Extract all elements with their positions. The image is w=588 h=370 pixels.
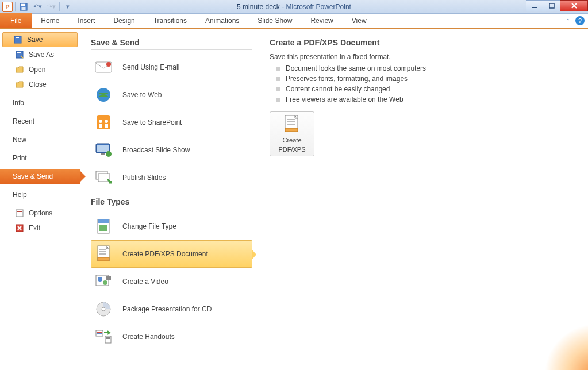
svg-point-37 [98,277,102,282]
option-create-pdf-xps[interactable]: Create PDF/XPS Document [91,240,252,268]
svg-rect-23 [97,145,109,152]
option-publish-slides[interactable]: Publish Slides [91,164,252,191]
svg-rect-4 [549,3,554,8]
bullet-item: Free viewers are available on the Web [276,94,574,105]
svg-rect-51 [287,121,295,122]
tab-home[interactable]: Home [32,13,68,28]
create-pdf-xps-button[interactable]: Create PDF/XPS [270,111,314,156]
tab-slideshow[interactable]: Slide Show [248,13,301,28]
svg-rect-32 [99,249,106,250]
svg-rect-1 [21,3,25,6]
svg-rect-2 [22,7,26,9]
tab-review[interactable]: Review [301,13,342,28]
svg-point-38 [103,280,107,285]
svg-rect-47 [106,338,110,339]
help-icon[interactable]: ? [575,16,585,25]
option-change-file-type[interactable]: Change File Type [91,213,252,240]
nav-save-as[interactable]: Save As [0,47,80,62]
qat-separator [59,2,60,11]
qat-save-icon[interactable] [18,2,29,12]
section-file-types-title: File Types [91,197,252,206]
option-save-web[interactable]: Save to Web [91,81,252,109]
window-controls [526,0,588,11]
email-icon [95,59,112,76]
svg-rect-52 [287,124,295,125]
publish-slides-icon [95,169,112,186]
tab-view[interactable]: View [343,13,376,28]
cd-icon [95,300,112,318]
ribbon-tabs: File Home Insert Design Transitions Anim… [0,14,588,29]
detail-title: Create a PDF/XPS Document [270,38,574,47]
powerpoint-app-icon[interactable]: P [2,2,13,12]
tab-design[interactable]: Design [104,13,144,28]
svg-rect-39 [106,276,111,280]
nav-print[interactable]: Print [0,151,80,165]
open-folder-icon [15,65,24,74]
button-label-line2: PDF/XPS [278,146,305,153]
nav-info[interactable]: Info [0,95,80,110]
svg-rect-20 [99,124,102,128]
svg-rect-6 [16,37,19,38]
nav-exit[interactable]: Exit [0,221,80,236]
svg-rect-24 [101,153,105,155]
svg-rect-53 [285,128,298,132]
svg-rect-30 [99,225,107,231]
change-file-type-icon [95,218,112,235]
option-save-sharepoint[interactable]: Save to SharePoint [91,109,252,136]
window-title: 5 minute deck - Microsoft PowerPoint [0,3,588,11]
option-package-cd[interactable]: Package Presentation for CD [91,295,252,323]
minimize-ribbon-icon[interactable]: ⌃ [564,17,572,25]
bullet-item: Document looks the same on most computer… [276,63,574,74]
svg-rect-29 [98,219,109,223]
svg-rect-35 [98,257,109,261]
bullet-item: Content cannot be easily changed [276,84,574,94]
nav-recent[interactable]: Recent [0,114,80,129]
detail-pane: Create a PDF/XPS Document Save this pres… [256,29,588,370]
quick-access-toolbar: P ↶▾ ↷▾ ▾ [0,2,74,12]
minimize-button[interactable] [526,0,543,11]
svg-rect-10 [17,211,22,212]
pdf-document-icon [95,245,112,263]
option-broadcast[interactable]: Broadcast Slide Show [91,136,252,164]
nav-close[interactable]: Close [0,77,80,92]
svg-rect-33 [99,251,106,252]
svg-rect-50 [287,119,295,120]
maximize-button[interactable] [543,0,560,11]
nav-open[interactable]: Open [0,62,80,77]
svg-rect-48 [106,340,110,340]
qat-redo-icon[interactable]: ↷▾ [45,2,57,12]
svg-point-15 [106,62,111,67]
tab-animations[interactable]: Animations [196,13,248,28]
save-send-options: Save & Send Send Using E-mail Save to We… [80,29,256,370]
qat-customize-icon[interactable]: ▾ [62,2,74,12]
nav-new[interactable]: New [0,132,80,147]
option-send-email[interactable]: Send Using E-mail [91,53,252,81]
save-as-icon [15,50,24,59]
svg-rect-12 [17,214,22,214]
close-folder-icon [15,80,24,89]
svg-rect-11 [17,213,22,213]
button-label-line1: Create [282,137,301,144]
tab-file[interactable]: File [0,13,32,28]
svg-point-25 [106,151,112,157]
svg-rect-21 [105,124,108,128]
option-create-handouts[interactable]: Create Handouts [91,323,252,350]
tab-transitions[interactable]: Transitions [144,13,196,28]
qat-undo-icon[interactable]: ↶▾ [32,2,43,12]
detail-bullets: Document looks the same on most computer… [270,63,574,105]
nav-help[interactable]: Help [0,187,80,202]
nav-options[interactable]: Options [0,206,80,221]
save-icon [13,35,22,44]
backstage-left-nav: Save Save As Open Close Info Recent New … [0,29,80,370]
broadcast-icon [95,141,112,159]
svg-rect-3 [532,7,537,8]
option-create-video[interactable]: Create a Video [91,268,252,295]
tab-insert[interactable]: Insert [68,13,104,28]
options-icon [15,209,24,218]
nav-save[interactable]: Save [2,32,78,47]
nav-save-send[interactable]: Save & Send [0,169,80,184]
document-name: 5 minute deck [237,3,280,11]
handouts-icon [95,328,112,345]
app-name: Microsoft PowerPoint [286,3,351,11]
close-button[interactable] [560,0,588,11]
